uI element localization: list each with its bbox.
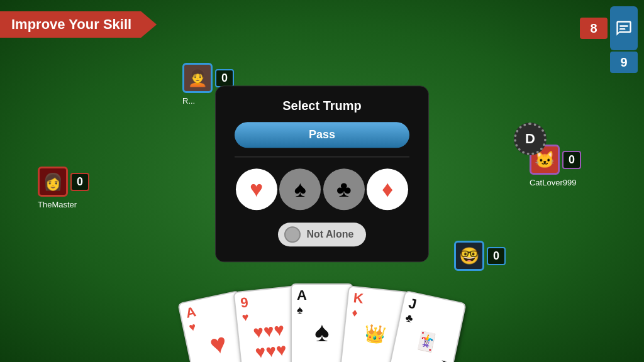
chat-icon: [615, 19, 633, 37]
pass-button[interactable]: Pass: [235, 122, 409, 148]
player-top-name: R...: [182, 96, 195, 106]
dealer-chip: D: [514, 123, 547, 155]
toggle-circle: [284, 226, 301, 243]
not-alone-row: Not Alone: [235, 222, 409, 246]
suit-buttons: ♥ ♠ ♣ ♦: [235, 168, 409, 210]
player-right-score: 0: [562, 151, 581, 169]
diamond-suit-button[interactable]: ♦: [367, 168, 408, 210]
improve-skill-banner: Improve Your Skill: [0, 11, 157, 38]
dealer-label: D: [525, 131, 535, 147]
score-row: 8: [580, 6, 638, 50]
chat-button[interactable]: [610, 6, 638, 50]
heart-suit-button[interactable]: ♥: [236, 168, 277, 210]
trump-divider: [235, 156, 409, 157]
player-left-score: 0: [70, 173, 89, 191]
player-left-name: TheMaster: [38, 200, 77, 209]
banner-text: Improve Your Skill: [11, 16, 131, 32]
player-left: 👩 0 TheMaster: [38, 167, 89, 197]
card-bottom-value: J♣: [435, 358, 448, 362]
spade-suit-button[interactable]: ♠: [279, 168, 321, 210]
score-area: 8 9: [580, 6, 638, 73]
not-alone-label: Not Alone: [307, 229, 354, 240]
player-top-score: 0: [215, 69, 234, 87]
trump-modal: Select Trump Pass ♥ ♠ ♣ ♦ Not Alone: [215, 85, 429, 262]
red-score: 8: [580, 18, 608, 39]
player-top-avatar: 🧑‍🦱: [182, 63, 213, 93]
player-left-avatar: 👩: [38, 167, 68, 197]
player-bottom: 🤓 0: [454, 241, 506, 271]
cards-area: A♥ ♥ A♥ 9♥ ♥♥♥♥♥♥♥♥♥ 9♥ A♠ ♠ A♠ K♦ 👑 K♦ …: [0, 283, 644, 362]
card-center-symbol: ♠: [297, 316, 347, 348]
blue-score-row: 9: [610, 52, 638, 73]
modal-title: Select Trump: [235, 99, 409, 113]
blue-score: 9: [610, 52, 638, 73]
svg-rect-1: [619, 28, 625, 30]
svg-rect-0: [619, 25, 628, 26]
player-right-name: CatLover999: [530, 178, 576, 187]
club-suit-button[interactable]: ♣: [323, 168, 365, 210]
player-bottom-avatar: 🤓: [454, 241, 484, 271]
game-table: Improve Your Skill 8 9 🧑‍🦱 0 R... 🐱: [0, 0, 644, 362]
player-bottom-score: 0: [487, 247, 506, 265]
not-alone-toggle[interactable]: Not Alone: [278, 222, 367, 246]
card-top-value: A♠: [297, 288, 347, 316]
